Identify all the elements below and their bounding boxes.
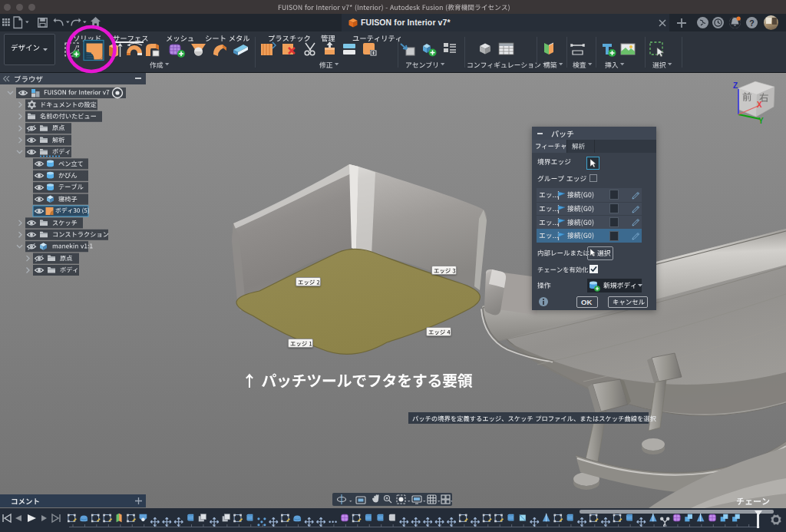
svg-text:?: ? xyxy=(749,18,754,28)
